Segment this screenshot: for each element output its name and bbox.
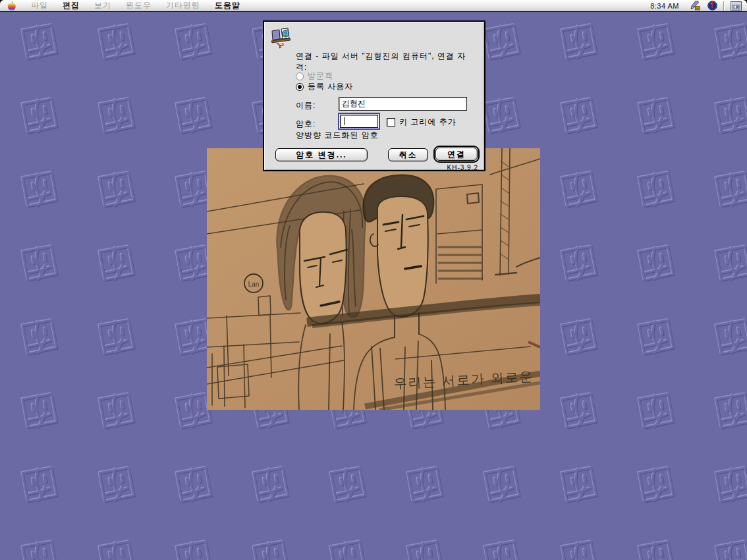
status-clock-icon[interactable]: [707, 1, 717, 11]
guest-radio-label: 방문객: [308, 70, 333, 82]
registered-radio-row: 등록 사용자: [296, 81, 353, 92]
encryption-note: 양방향 코드화된 암호: [296, 130, 379, 141]
connect-button[interactable]: 연결: [435, 148, 478, 161]
connect-button-default-ring: 연결: [433, 146, 480, 163]
menu-item-file: 파일: [24, 0, 55, 11]
apple-menu-icon[interactable]: [7, 1, 16, 11]
keychain-row: 키 고리에 추가: [387, 117, 456, 128]
connect-dialog: 연결 - 파일 서버 "김형진의 컴퓨터", 연결 자격: 방문객 등록 사용자…: [263, 20, 485, 171]
password-label: 암호:: [296, 119, 316, 130]
application-menu-icon[interactable]: [731, 1, 742, 11]
lan-label: Lan: [248, 281, 260, 288]
menubar-clock[interactable]: 8:34 AM: [650, 2, 679, 10]
registered-user-radio[interactable]: [296, 83, 304, 91]
cancel-button[interactable]: 취소: [388, 148, 428, 161]
desktop: Lan 우리는 서로가 외로운 사람들 연결 - 파일 서버 "김형진의 컴퓨터…: [0, 12, 747, 560]
menu-item-window: 윈도우: [119, 0, 159, 11]
menu-item-view: 보기: [87, 0, 119, 11]
menu-item-help[interactable]: 도움말: [208, 0, 248, 11]
keychain-label: 키 고리에 추가: [399, 117, 456, 128]
keychain-checkbox[interactable]: [387, 118, 395, 126]
menubar-separator: [723, 1, 725, 11]
appleshare-icon: [270, 27, 294, 51]
desktop-picture: Lan 우리는 서로가 외로운 사람들: [207, 148, 540, 410]
registered-radio-label: 등록 사용자: [308, 81, 353, 92]
menu-item-other-commands: 기타명령: [159, 0, 208, 11]
name-label: 이름:: [296, 100, 316, 111]
dialog-message: 연결 - 파일 서버 "김형진의 컴퓨터", 연결 자격:: [296, 51, 477, 73]
text-caret: [344, 117, 345, 125]
guest-radio: [296, 72, 304, 80]
password-input[interactable]: [340, 115, 378, 128]
guest-radio-row: 방문객: [296, 70, 333, 82]
dialog-version: KH-3.9.2: [447, 164, 478, 171]
input-method-icon[interactable]: [689, 1, 701, 11]
menu-bar: 파일 편집 보기 윈도우 기타명령 도움말 8:34 AM: [0, 0, 747, 12]
change-password-button[interactable]: 암호 변경...: [275, 148, 368, 161]
menu-item-edit[interactable]: 편집: [55, 0, 87, 11]
name-input[interactable]: [339, 97, 467, 111]
